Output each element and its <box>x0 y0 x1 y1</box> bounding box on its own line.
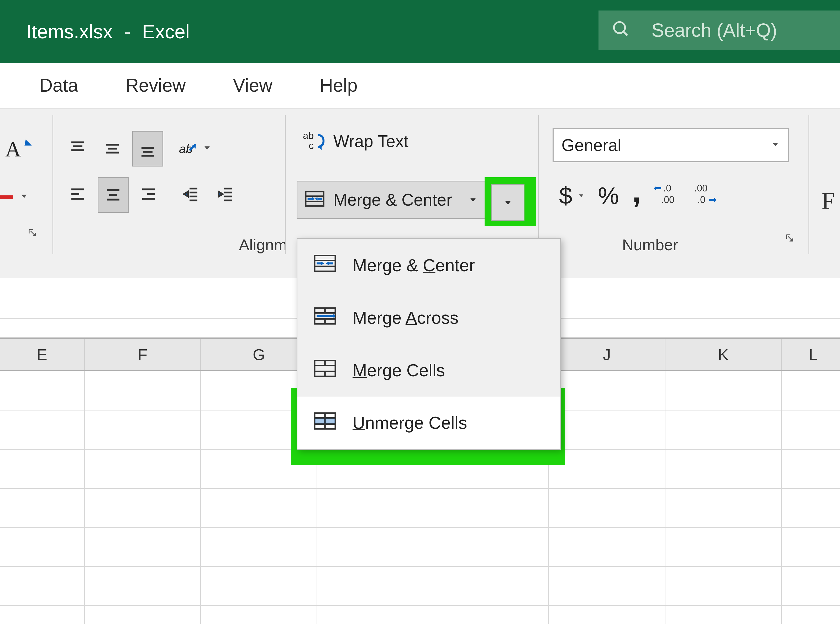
chevron-down-icon <box>203 143 211 155</box>
cell[interactable] <box>85 411 201 449</box>
font-group-launcher[interactable] <box>28 228 37 240</box>
merge-center-icon <box>304 188 325 212</box>
cell[interactable] <box>318 567 549 605</box>
cell[interactable] <box>782 567 840 605</box>
search-box[interactable]: Search (Alt+Q) <box>598 11 840 50</box>
menu-item-label: Merge Across <box>353 308 459 328</box>
number-group-launcher[interactable] <box>785 233 794 245</box>
decrease-decimal-button[interactable]: .00 .0 <box>692 182 717 210</box>
grid-row <box>0 606 840 624</box>
align-top-button[interactable] <box>63 131 92 165</box>
align-middle-button[interactable] <box>98 131 127 165</box>
cell[interactable] <box>666 606 782 624</box>
accounting-format-button[interactable]: $ <box>559 182 585 209</box>
tab-help[interactable]: Help <box>320 75 358 96</box>
svg-rect-84 <box>325 419 335 423</box>
tab-review[interactable]: Review <box>125 75 186 96</box>
comma-format-button[interactable]: , <box>632 186 641 196</box>
cell[interactable] <box>666 449 782 488</box>
cell[interactable] <box>318 528 549 566</box>
cell[interactable] <box>85 449 201 488</box>
cell[interactable] <box>0 567 85 605</box>
cell[interactable] <box>85 606 201 624</box>
cell[interactable] <box>201 528 318 566</box>
group-separator <box>52 115 53 254</box>
cell[interactable] <box>782 371 840 410</box>
percent-format-button[interactable]: % <box>598 182 619 209</box>
align-left-button[interactable] <box>63 177 92 211</box>
number-format-select[interactable]: General <box>553 128 789 162</box>
column-header[interactable]: E <box>0 339 85 370</box>
cell[interactable] <box>85 567 201 605</box>
cell[interactable] <box>549 528 666 566</box>
group-separator <box>809 115 809 254</box>
cell[interactable] <box>782 606 840 624</box>
svg-marker-54 <box>654 186 656 190</box>
merge-center-button[interactable]: Merge & Center <box>297 181 487 219</box>
decrease-indent-button[interactable] <box>176 177 206 211</box>
cell[interactable] <box>666 528 782 566</box>
wrap-text-button[interactable]: ab c Wrap Text <box>302 128 408 154</box>
increase-decimal-button[interactable]: .0 .00 <box>654 182 679 210</box>
svg-marker-66 <box>326 261 329 265</box>
svg-marker-48 <box>505 201 511 205</box>
cell[interactable] <box>0 606 85 624</box>
orientation-button[interactable]: ab <box>176 131 211 167</box>
cell[interactable] <box>85 371 201 410</box>
grid-row <box>0 567 840 606</box>
cell[interactable] <box>549 449 666 488</box>
cell[interactable] <box>201 606 318 624</box>
column-header[interactable]: K <box>666 339 782 370</box>
cell[interactable] <box>666 371 782 410</box>
cell[interactable] <box>0 371 85 410</box>
svg-text:A: A <box>5 137 21 161</box>
cell[interactable] <box>0 449 85 488</box>
increase-font-size-button[interactable]: A <box>5 135 34 166</box>
merge-and-center-menu-item[interactable]: Merge & Center <box>297 239 560 292</box>
cell[interactable] <box>549 606 666 624</box>
title-appname: Excel <box>142 20 190 43</box>
cell[interactable] <box>318 489 549 527</box>
align-right-button[interactable] <box>134 177 163 211</box>
cell[interactable] <box>201 567 318 605</box>
column-header[interactable]: L <box>782 339 840 370</box>
merge-dropdown-arrow[interactable] <box>460 181 486 218</box>
merge-dropdown-arrow-highlighted[interactable] <box>492 184 524 221</box>
cell[interactable] <box>782 449 840 488</box>
cell[interactable] <box>666 489 782 527</box>
cell[interactable] <box>549 371 666 410</box>
cell[interactable] <box>318 606 549 624</box>
column-header[interactable]: J <box>549 339 666 370</box>
conditional-formatting-fragment[interactable]: F <box>822 187 835 214</box>
tab-view[interactable]: View <box>233 75 272 96</box>
cell[interactable] <box>201 489 318 527</box>
cell[interactable] <box>0 528 85 566</box>
cell[interactable] <box>0 489 85 527</box>
cell[interactable] <box>549 489 666 527</box>
cell[interactable] <box>782 489 840 527</box>
group-separator <box>538 115 539 254</box>
font-color-button[interactable] <box>0 191 29 203</box>
cell[interactable] <box>666 411 782 449</box>
cell[interactable] <box>549 411 666 449</box>
svg-text:.0: .0 <box>663 183 671 193</box>
cell[interactable] <box>0 411 85 449</box>
cell[interactable] <box>85 528 201 566</box>
merge-dropdown-menu: Merge & Center Merge Across <box>297 238 561 450</box>
cell[interactable] <box>666 567 782 605</box>
align-center-button[interactable] <box>98 177 129 213</box>
merge-across-menu-item[interactable]: Merge Across <box>297 292 560 344</box>
align-bottom-button[interactable] <box>132 131 163 167</box>
grid-row <box>0 528 840 567</box>
merge-cells-menu-item[interactable]: Merge Cells <box>297 344 560 397</box>
menu-item-label: Merge Cells <box>353 360 445 380</box>
increase-indent-button[interactable] <box>211 177 240 211</box>
unmerge-cells-menu-item[interactable]: Unmerge Cells <box>297 397 560 449</box>
cell[interactable] <box>782 411 840 449</box>
title-bar: Items.xlsx - Excel Search (Alt+Q) <box>0 0 840 63</box>
column-header[interactable]: F <box>85 339 201 370</box>
cell[interactable] <box>85 489 201 527</box>
cell[interactable] <box>782 528 840 566</box>
tab-data[interactable]: Data <box>39 75 78 96</box>
cell[interactable] <box>549 567 666 605</box>
